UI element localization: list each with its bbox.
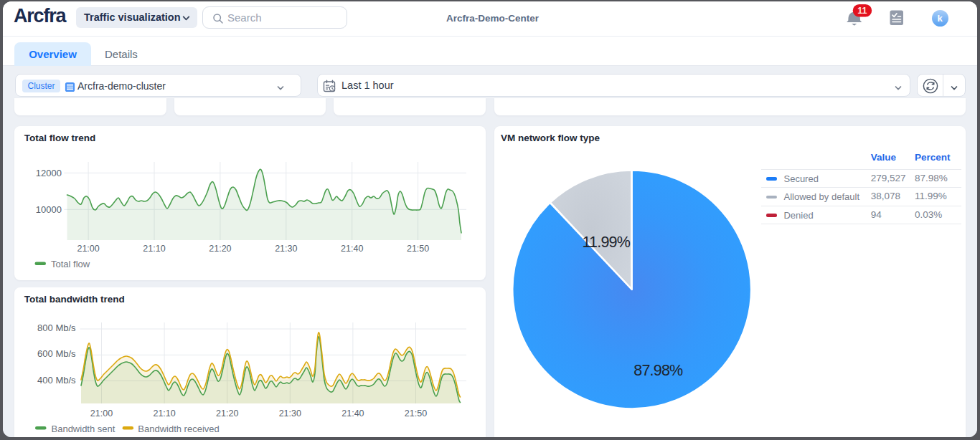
svg-text:21:30: 21:30	[275, 244, 297, 254]
svg-text:800 Mb/s: 800 Mb/s	[37, 322, 76, 333]
svg-text:21:40: 21:40	[341, 408, 364, 419]
svg-text:21:20: 21:20	[216, 408, 238, 419]
svg-text:Total flow: Total flow	[51, 259, 90, 269]
svg-text:21:30: 21:30	[279, 408, 301, 419]
svg-text:21:10: 21:10	[143, 244, 165, 254]
svg-text:600 Mb/s: 600 Mb/s	[37, 348, 76, 359]
svg-text:12000: 12000	[36, 168, 62, 178]
svg-text:21:50: 21:50	[405, 408, 427, 419]
svg-text:21:40: 21:40	[341, 244, 363, 254]
svg-text:Bandwidth received: Bandwidth received	[138, 424, 219, 434]
svg-text:87.98%: 87.98%	[633, 362, 683, 379]
svg-text:21:00: 21:00	[77, 244, 99, 254]
svg-text:11.99%: 11.99%	[582, 234, 630, 251]
svg-text:11: 11	[857, 6, 867, 16]
svg-text:21:20: 21:20	[209, 244, 231, 254]
svg-text:10000: 10000	[36, 204, 62, 215]
svg-text:400 Mb/s: 400 Mb/s	[37, 375, 76, 386]
svg-text:Bandwidth sent: Bandwidth sent	[52, 424, 116, 434]
svg-text:21:10: 21:10	[153, 408, 175, 419]
svg-text:21:00: 21:00	[90, 408, 113, 419]
svg-text:21:50: 21:50	[407, 244, 429, 254]
